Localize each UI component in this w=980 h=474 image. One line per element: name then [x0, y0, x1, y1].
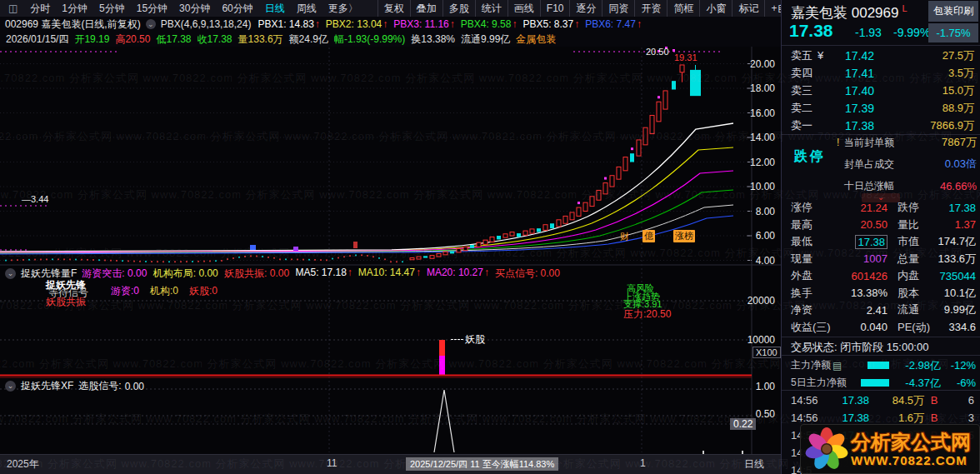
toolbar-item-11[interactable]: 多股	[442, 0, 475, 17]
toolbar-item-15[interactable]: 逐分	[569, 0, 602, 17]
toolbar-item-14[interactable]: F10	[540, 0, 570, 17]
toolbar-item-19[interactable]: 小窗	[699, 0, 732, 17]
ohlc-item-1: 开19.19	[74, 32, 109, 47]
yaogu-bar-top	[439, 340, 445, 356]
toolbar-item-13[interactable]: 画线	[508, 0, 540, 17]
ask-volume: 27.5万	[874, 48, 974, 63]
signal-spike	[434, 390, 454, 452]
pbx-number: 13.04	[357, 18, 382, 30]
stat-value: 0.040	[836, 321, 888, 333]
up-arrow-icon: ↑	[382, 18, 388, 30]
limit-value: 46.66%	[894, 180, 977, 192]
ohlc-item-2: 高20.50	[115, 32, 150, 47]
alert-icon: !	[837, 137, 844, 148]
toolbar-item-3[interactable]: 15分钟	[131, 0, 173, 17]
field-label: 机构布局:	[153, 267, 199, 279]
toolbar-item-12[interactable]: 统计	[475, 0, 508, 17]
stat-label: 最低	[791, 234, 836, 249]
field-label: 妖股共振:	[224, 267, 270, 279]
tick-time: 14:56	[791, 394, 826, 407]
ohlc-bar: 2026/01/15/四开19.19高20.50低17.38收17.38量133…	[0, 32, 781, 47]
up-arrow-icon: ↑	[637, 18, 642, 30]
ask-label: 卖三	[791, 83, 818, 98]
stat-label: 涨停	[791, 200, 836, 215]
stat-number: 17.38	[855, 235, 888, 249]
money-flow: 主力净额▤-2.98亿-12%5日主力净额-4.37亿-6%	[782, 357, 980, 392]
limit-label: 十日总涨幅	[844, 179, 894, 193]
sig-current-value: 0.22	[730, 418, 756, 430]
stat-label: 流通	[898, 302, 936, 317]
price-axis-label: 20.00	[733, 58, 775, 70]
toolbar-item-2[interactable]: 5分钟	[93, 0, 131, 17]
toolbar-item-0[interactable]: 分时	[24, 0, 56, 17]
toolbar-item-1[interactable]: 1分钟	[56, 0, 93, 17]
stat-value: 17.38	[936, 202, 976, 214]
stats-grid: 涨停21.24跌停17.38最高20.50量比1.37最低17.38市值174.…	[782, 199, 980, 336]
toolbar-item-16[interactable]: 同资	[602, 0, 634, 17]
tick-price: 17.38	[826, 412, 869, 424]
logo-url[interactable]: WWW.70822.COM	[851, 453, 968, 467]
toolbar-item-6[interactable]: 日线	[259, 0, 291, 17]
time-axis[interactable]: 2025年 11 2025/12/25/四 11 至今涨幅114.83% 1 日…	[0, 454, 781, 474]
pbx-label: PBX2:	[326, 18, 357, 30]
ohlc-item-10: 金属包装	[516, 32, 556, 47]
flow-pct: -12%	[941, 359, 976, 372]
ask-price: 17.42	[831, 49, 874, 62]
toolbar-item-7[interactable]: 周线	[291, 0, 322, 17]
vol-axis-unit[interactable]: X100	[752, 347, 781, 358]
event-flag-yi[interactable]: 億	[642, 230, 655, 242]
ask-price: 17.38	[831, 119, 874, 132]
toolbar-item-17[interactable]: 开资	[634, 0, 667, 17]
pane2-collapse-icon[interactable]: ⌄	[5, 381, 16, 392]
price-axis-label: 4.00	[733, 255, 775, 267]
ohlc-item-4: 收17.38	[198, 32, 232, 47]
spacer	[147, 267, 149, 279]
pbx-values: PBX1: 14.83↑PBX2: 13.04↑PBX3: 11.16↑PBX4…	[258, 18, 647, 30]
last-price: 17.38	[789, 21, 833, 41]
stat-label: 最高	[791, 217, 836, 232]
pbx-number: 9.58	[492, 18, 511, 30]
stat-value: 17.38	[836, 236, 888, 248]
yaogu-bar-bottom	[439, 356, 445, 375]
ask-queue: 卖五¥17.4227.5万卖四17.413.5万卖三17.4015.0万卖二17…	[782, 47, 980, 134]
stat-value: 1007	[836, 252, 888, 265]
stat-value: 735044	[936, 270, 976, 282]
event-flag-zhangbang[interactable]: 涨榜	[673, 230, 695, 242]
ohlc-item-0: 2026/01/15/四	[6, 32, 68, 47]
overlay-yaogu-resonance: 妖股共振	[46, 295, 86, 309]
money-flow-row-1: 5日主力净额-4.37亿-6%	[782, 374, 980, 392]
stat-label: 现量	[791, 252, 836, 267]
stat-label: 股本	[898, 286, 936, 301]
toolbar: ◫ 分时1分钟5分钟15分钟30分钟60分钟日线周线更多〉复权叠加多股统计画线F…	[0, 0, 781, 17]
period-label[interactable]: 日线	[744, 457, 764, 472]
window-layout-icon[interactable]: ◫	[8, 2, 18, 14]
event-flag-cai[interactable]: 财	[620, 231, 629, 243]
yen-toggle[interactable]: ¥	[818, 49, 831, 62]
toolbar-item-5[interactable]: 60分钟	[216, 0, 258, 17]
toolbar-item-4[interactable]: 30分钟	[173, 0, 216, 17]
field-value: 0.00	[270, 267, 289, 279]
stat-row-5: 换手13.38%股本10.1亿	[782, 285, 980, 302]
spacer	[560, 267, 562, 279]
pbx-number: 8.37	[554, 18, 573, 30]
pane1-field-0: 游资突击: 0.00	[82, 267, 149, 281]
toolbar-item-8[interactable]: 更多〉	[322, 0, 364, 17]
toolbar-item-18[interactable]: 简框	[667, 0, 699, 17]
limit-label: 封单占成交	[844, 157, 894, 172]
list-icon[interactable]: ▤	[832, 360, 842, 372]
site-logo: 分析家公式网 WWW.70822.COM	[800, 424, 980, 474]
limit-value: 7867万	[894, 135, 977, 150]
toolbar-item-20[interactable]: 标记	[732, 0, 764, 17]
pane1-field-6: 买点信号: 0.00	[495, 267, 562, 281]
industry-badge[interactable]: 包装印刷	[928, 1, 978, 22]
pane1-collapse-icon[interactable]: ⌄	[5, 268, 16, 279]
toolbar-item-9[interactable]: 复权	[378, 0, 410, 17]
mini-yaogu: 妖股:0	[189, 284, 218, 298]
tick-row-0: 14:5617.3884.5万B6	[782, 392, 980, 409]
toolbar-item-10[interactable]: 叠加	[410, 0, 442, 17]
indicator-collapse-icon[interactable]: ⌄	[146, 19, 156, 29]
axis-tick-11: 11	[327, 457, 337, 469]
pbx-value-0: PBX1: 14.83↑	[258, 18, 322, 30]
flow-value: -4.37亿	[889, 376, 941, 391]
field-label: 买点信号:	[495, 267, 541, 279]
